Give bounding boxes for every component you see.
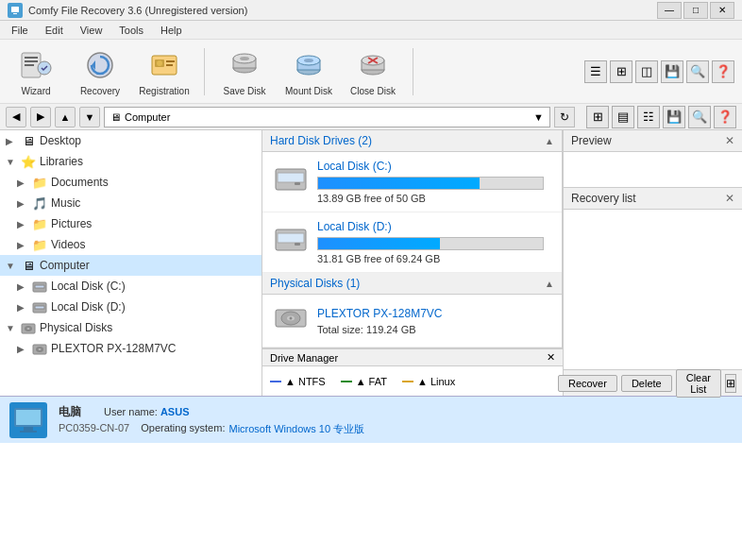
help-btn[interactable]: ❓ [712, 60, 734, 83]
close-disk-button[interactable]: Close Disk [345, 42, 401, 100]
documents-icon: 📁 [32, 175, 47, 190]
tree-item-local-c[interactable]: ▶ Local Disk (C:) [0, 276, 261, 297]
drive-c-icon [274, 163, 308, 200]
plextor-label: PLEXTOR PX-128M7VC [51, 342, 177, 355]
refresh-button[interactable]: ↻ [554, 107, 575, 127]
hdd-collapse-icon[interactable]: ▲ [545, 136, 554, 146]
registration-button[interactable]: Registration [136, 42, 193, 100]
drive-manager-label: Drive Manager [270, 352, 338, 364]
window-controls: — □ ✕ [657, 2, 734, 19]
expand-desktop: ▶ [6, 136, 17, 146]
action-more-button[interactable]: ⊞ [725, 374, 736, 393]
drive-manager-close[interactable]: ✕ [547, 351, 555, 364]
status-bottom-row: PC0359-CN-07 Operating system: Microsoft… [59, 422, 364, 436]
tree-item-pictures[interactable]: ▶ 📁 Pictures [0, 213, 261, 234]
libraries-icon: ⭐ [21, 154, 36, 169]
wizard-button[interactable]: Wizard [8, 42, 64, 100]
drives-list: Hard Disk Drives (2) ▲ [262, 130, 563, 348]
save-disk-label: Save Disk [223, 86, 265, 96]
view-detail-btn[interactable]: ⊞ [610, 60, 632, 83]
local-c-icon [32, 279, 47, 294]
forward-button[interactable]: ▶ [30, 107, 51, 127]
menu-help[interactable]: Help [153, 23, 190, 38]
recovery-section: Recovery list ✕ Recover Delete Clear Lis… [564, 188, 742, 396]
up-button[interactable]: ▲ [55, 107, 76, 127]
status-pc-name: 电脑 [59, 404, 81, 420]
address-combo[interactable]: 🖥 Computer ▼ [104, 107, 550, 127]
svg-rect-42 [278, 233, 304, 243]
maximize-button[interactable]: □ [683, 2, 708, 19]
svg-rect-40 [295, 182, 300, 185]
help2-btn[interactable]: ❓ [714, 106, 736, 128]
linux-label: ▲ Linux [417, 376, 455, 387]
recovery-list-close[interactable]: ✕ [725, 192, 734, 205]
drive-d-progress-fill [318, 238, 440, 249]
close-button[interactable]: ✕ [710, 2, 734, 19]
menu-tools[interactable]: Tools [111, 23, 151, 38]
address-text: Computer [121, 111, 533, 123]
fat-label: ▲ FAT [356, 376, 387, 387]
side-panel: Preview ✕ Recovery list ✕ Recover Delete [563, 130, 742, 396]
drive-manager-header: Drive Manager ✕ [262, 349, 563, 366]
tree-item-plextor[interactable]: ▶ PLEXTOR PX-128M7VC [0, 338, 261, 359]
recovery-label: Recovery [80, 86, 120, 96]
recover-button[interactable]: Recover [558, 375, 617, 392]
recent-button[interactable]: ▼ [79, 107, 100, 127]
mount-disk-button[interactable]: Mount Disk [280, 42, 337, 100]
tree-item-computer[interactable]: ▼ 🖥 Computer [0, 255, 261, 276]
recovery-button[interactable]: Recovery [72, 42, 128, 100]
drive-c-item[interactable]: Local Disk (C:) 13.89 GB free of 50 GB [262, 152, 562, 212]
delete-button[interactable]: Delete [621, 375, 672, 392]
details-btn[interactable]: ▤ [612, 106, 634, 128]
physical-icon [21, 320, 36, 335]
minimize-button[interactable]: — [657, 2, 682, 19]
view-list-btn[interactable]: ☰ [584, 60, 607, 83]
tree-item-desktop[interactable]: ▶ 🖥 Desktop [0, 130, 261, 151]
address-dropdown-icon: ▼ [533, 111, 544, 123]
save-btn[interactable]: 💾 [661, 60, 683, 83]
save-disk-button[interactable]: Save Disk [216, 42, 273, 100]
svg-rect-1 [11, 7, 19, 12]
status-computer-icon [9, 402, 47, 438]
tree-item-physical[interactable]: ▼ Physical Disks [0, 317, 261, 338]
back-button[interactable]: ◀ [6, 107, 26, 127]
recovery-list-label: Recovery list [571, 192, 636, 205]
tree-item-videos[interactable]: ▶ 📁 Videos [0, 234, 261, 255]
svg-rect-31 [35, 306, 44, 309]
status-os-value: Microsoft Windows 10 专业版 [228, 422, 364, 436]
tree-item-libraries[interactable]: ▼ ⭐ Libraries [0, 151, 261, 172]
menu-view[interactable]: View [73, 23, 110, 38]
svg-rect-2 [13, 13, 17, 14]
preview-section: Preview ✕ [564, 130, 742, 188]
columns-btn[interactable]: ☷ [637, 106, 660, 128]
partition-fat: ▲ FAT [341, 376, 387, 387]
preview-close[interactable]: ✕ [725, 134, 734, 147]
local-c-label: Local Disk (C:) [51, 280, 126, 293]
mount-disk-label: Mount Disk [285, 86, 332, 96]
plextor-icon [32, 341, 47, 356]
physical-disk-item[interactable]: PLEXTOR PX-128M7VC Total size: 119.24 GB [262, 295, 562, 348]
save-results-btn[interactable]: 💾 [663, 106, 685, 128]
tree-item-local-d[interactable]: ▶ Local Disk (D:) [0, 297, 261, 317]
videos-label: Videos [51, 238, 85, 251]
tree-item-documents[interactable]: ▶ 📁 Documents [0, 172, 261, 193]
find-btn[interactable]: 🔍 [688, 106, 711, 128]
drive-d-item[interactable]: Local Disk (D:) 31.81 GB free of 69.24 G… [262, 212, 562, 273]
computer-icon: 🖥 [21, 258, 36, 273]
view-large-btn[interactable]: ◫ [635, 60, 658, 83]
tree-item-music[interactable]: ▶ 🎵 Music [0, 193, 261, 213]
svg-point-47 [290, 317, 293, 320]
search-btn[interactable]: 🔍 [686, 60, 709, 83]
expand-videos: ▶ [17, 240, 28, 250]
clear-list-button[interactable]: Clear List [676, 369, 721, 398]
menu-file[interactable]: File [4, 23, 36, 38]
partition-ntfs: ▲ NTFS [270, 376, 326, 387]
partition-linux: ▲ Linux [402, 376, 455, 387]
status-info: 电脑 User name: ASUS PC0359-CN-07 Operatin… [59, 404, 364, 436]
svg-rect-50 [24, 427, 33, 431]
expand-physical: ▼ [6, 323, 17, 333]
view-toggle-btn[interactable]: ⊞ [586, 106, 609, 128]
statusbar: 电脑 User name: ASUS PC0359-CN-07 Operatin… [0, 396, 742, 443]
physical-collapse-icon[interactable]: ▲ [545, 279, 554, 289]
menu-edit[interactable]: Edit [38, 23, 71, 38]
